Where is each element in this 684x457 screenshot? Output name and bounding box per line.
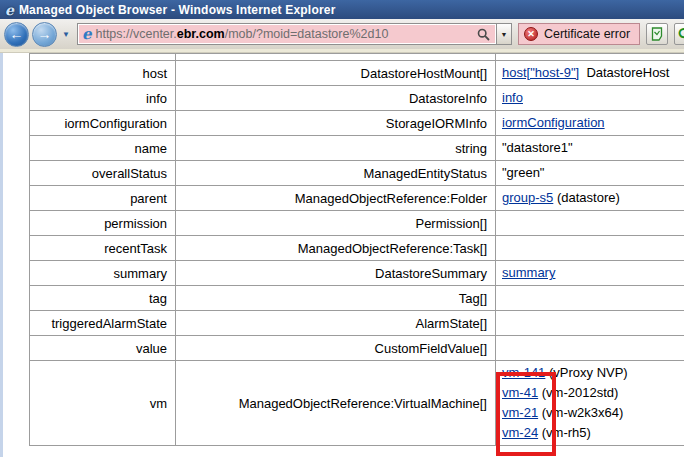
property-value-cell <box>496 286 684 311</box>
property-name-cell: permission <box>30 211 176 236</box>
property-value-cell: group-s5 (datastore) <box>496 186 684 211</box>
value-suffix: DatastoreHost <box>579 65 669 80</box>
value-suffix: (vm-w2k3x64) <box>538 405 623 420</box>
value-link[interactable]: summary <box>502 265 555 280</box>
back-button[interactable]: ← <box>4 22 29 47</box>
address-bar[interactable]: e https://vcenter.ebr.com/mob/?moid=data… <box>77 23 497 45</box>
property-value-cell <box>496 311 684 336</box>
value-link[interactable]: vm-41 <box>502 385 538 400</box>
property-value-cell <box>496 336 684 361</box>
table-row: summaryDatastoreSummarysummary <box>30 261 684 286</box>
value-suffix: (vm-2012std) <box>538 385 618 400</box>
value-suffix: (vProxy NVP) <box>545 365 627 380</box>
value-suffix: (vm-rh5) <box>538 425 591 440</box>
page-content: hostDatastoreHostMount[]host["host-9"] D… <box>0 53 684 457</box>
property-name-cell: iormConfiguration <box>30 111 176 136</box>
property-value-cell: host["host-9"] DatastoreHost <box>496 61 684 86</box>
value-link[interactable]: group-s5 <box>502 190 553 205</box>
property-value-cell: vm-141 (vProxy NVP)vm-41 (vm-2012std)vm-… <box>496 361 684 446</box>
table-row: triggeredAlarmStateAlarmState[] <box>30 311 684 336</box>
property-name-cell: recentTask <box>30 236 176 261</box>
value-line: vm-24 (vm-rh5) <box>502 423 684 443</box>
refresh-icon: ⟳ <box>678 26 684 42</box>
navigation-bar: ← → ▼ e https://vcenter.ebr.com/mob/?moi… <box>0 19 684 49</box>
property-name-cell: triggeredAlarmState <box>30 311 176 336</box>
property-value-cell: "green" <box>496 161 684 186</box>
value-text: "green" <box>502 165 544 180</box>
property-type-cell: CustomFieldValue[] <box>176 336 496 361</box>
value-link[interactable]: vm-24 <box>502 425 538 440</box>
property-type-cell <box>176 54 496 61</box>
value-line: "green" <box>502 163 684 183</box>
table-row: namestring"datastore1" <box>30 136 684 161</box>
property-value-cell <box>496 211 684 236</box>
refresh-button[interactable]: ⟳ <box>674 23 684 45</box>
url-prefix: https://vcenter. <box>95 27 176 41</box>
table-row-partial <box>30 54 684 61</box>
certificate-error-badge[interactable]: ✕ Certificate error <box>518 23 640 45</box>
property-type-cell: ManagedEntityStatus <box>176 161 496 186</box>
value-link[interactable]: vm-21 <box>502 405 538 420</box>
property-type-cell: ManagedObjectReference:VirtualMachine[] <box>176 361 496 446</box>
value-link[interactable]: info <box>502 90 523 105</box>
property-name-cell: overallStatus <box>30 161 176 186</box>
property-type-cell: ManagedObjectReference:Folder <box>176 186 496 211</box>
url-text[interactable]: https://vcenter.ebr.com/mob/?moid=datast… <box>95 27 474 41</box>
forward-button[interactable]: → <box>32 22 57 47</box>
property-value-cell <box>496 54 684 61</box>
property-type-cell: DatastoreSummary <box>176 261 496 286</box>
mob-table-body: hostDatastoreHostMount[]host["host-9"] D… <box>30 54 684 446</box>
certificate-error-icon: ✕ <box>524 27 538 41</box>
value-line: "datastore1" <box>502 138 684 158</box>
search-dropdown-button[interactable]: ▼ <box>497 23 512 45</box>
table-row: infoDatastoreInfoinfo <box>30 86 684 111</box>
url-path: /mob/?moid=datastore%2d10 <box>225 27 389 41</box>
table-row: parentManagedObjectReference:Foldergroup… <box>30 186 684 211</box>
property-name-cell <box>30 54 176 61</box>
property-name-cell: info <box>30 86 176 111</box>
property-name-cell: value <box>30 336 176 361</box>
property-type-cell: StorageIORMInfo <box>176 111 496 136</box>
value-link[interactable]: vm-141 <box>502 365 545 380</box>
property-name-cell: summary <box>30 261 176 286</box>
table-row: iormConfigurationStorageIORMInfoiormConf… <box>30 111 684 136</box>
search-icon[interactable] <box>475 24 493 44</box>
title-bar: e Managed Object Browser - Windows Inter… <box>0 0 684 19</box>
property-type-cell: Tag[] <box>176 286 496 311</box>
site-ie-icon: e <box>82 27 92 41</box>
magnifier-glyph <box>477 28 490 41</box>
property-type-cell: string <box>176 136 496 161</box>
property-type-cell: DatastoreHostMount[] <box>176 61 496 86</box>
value-line: iormConfiguration <box>502 113 684 133</box>
property-value-cell: iormConfiguration <box>496 111 684 136</box>
property-value-cell: summary <box>496 261 684 286</box>
recent-pages-dropdown[interactable]: ▼ <box>62 30 70 39</box>
value-line: summary <box>502 263 684 283</box>
property-type-cell: DatastoreInfo <box>176 86 496 111</box>
value-text: "datastore1" <box>502 140 573 155</box>
value-line: host["host-9"] DatastoreHost <box>502 63 684 83</box>
table-row: overallStatusManagedEntityStatus"green" <box>30 161 684 186</box>
window-title: Managed Object Browser - Windows Interne… <box>19 3 336 17</box>
back-icon: ← <box>10 27 24 41</box>
forward-icon: → <box>38 27 52 41</box>
ie-icon: e <box>5 3 14 17</box>
compatibility-view-icon <box>650 27 664 41</box>
property-type-cell: Permission[] <box>176 211 496 236</box>
property-name-cell: host <box>30 61 176 86</box>
value-link[interactable]: iormConfiguration <box>502 115 605 130</box>
value-suffix: (datastore) <box>553 190 619 205</box>
property-name-cell: vm <box>30 361 176 446</box>
value-line: info <box>502 88 684 108</box>
url-domain: ebr.com <box>177 27 225 41</box>
property-name-cell: name <box>30 136 176 161</box>
table-row: valueCustomFieldValue[] <box>30 336 684 361</box>
value-line: group-s5 (datastore) <box>502 188 684 208</box>
mob-property-table: hostDatastoreHostMount[]host["host-9"] D… <box>29 53 684 446</box>
certificate-error-label: Certificate error <box>544 27 630 41</box>
browser-window: e Managed Object Browser - Windows Inter… <box>0 0 684 457</box>
value-link[interactable]: host["host-9"] <box>502 65 579 80</box>
property-value-cell: info <box>496 86 684 111</box>
property-type-cell: ManagedObjectReference:Task[] <box>176 236 496 261</box>
compatibility-view-button[interactable] <box>646 23 668 45</box>
